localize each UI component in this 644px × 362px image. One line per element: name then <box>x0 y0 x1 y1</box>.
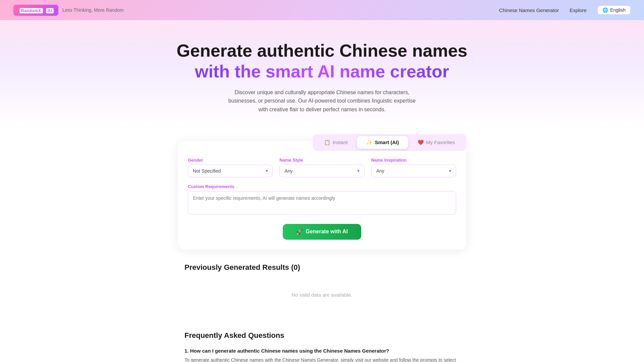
generate-label: Generate with AI <box>306 229 348 235</box>
faq-item-1: 1. How can I generate authentic Chinese … <box>184 348 460 362</box>
faq-section: Frequently Asked Questions 1. How can I … <box>171 324 473 362</box>
generate-button[interactable]: 🚀 Generate with AI <box>283 224 361 240</box>
tab-instant[interactable]: 📋 Instant <box>315 136 357 149</box>
logo-text: RandomX <box>19 8 43 13</box>
hero-subtitle: Discover unique and culturally appropria… <box>228 88 416 114</box>
logo[interactable]: RandomX AI <box>13 5 58 16</box>
hero-title-line2: with the smart AI name creator <box>195 62 449 81</box>
tab-my-favorites[interactable]: ❤️ My Favorites <box>408 136 464 149</box>
hero-heading: Generate authentic Chinese names with th… <box>7 40 637 82</box>
custom-req-label: Custom Requirements <box>188 184 456 189</box>
tab-my-favorites-label: My Favorites <box>426 139 455 145</box>
gender-group: Gender Not Specified Male Female Neutral… <box>188 158 273 177</box>
results-section: Previously Generated Results (0) No vali… <box>171 263 473 324</box>
inspiration-select-wrapper: Any Nature Mythology Literature Philosop… <box>371 165 456 177</box>
faq-title: Frequently Asked Questions <box>184 331 460 340</box>
smart-ai-icon: ✨ <box>366 139 373 145</box>
tab-smart-ai[interactable]: ✨ Smart (AI) <box>357 136 408 149</box>
language-label: English <box>610 7 626 13</box>
language-button[interactable]: 🌐 English <box>597 5 631 15</box>
logo-badge: AI <box>46 8 54 13</box>
custom-requirements-group: Custom Requirements <box>188 184 456 216</box>
inspiration-group: Name Inspiration Any Nature Mythology Li… <box>371 158 456 177</box>
form-row-selects: Gender Not Specified Male Female Neutral… <box>188 158 456 177</box>
tagline: Less Thinking, More Random <box>62 7 124 13</box>
tab-instant-label: Instant <box>332 139 347 145</box>
instant-icon: 📋 <box>324 139 330 145</box>
nav-explore[interactable]: Explore <box>570 7 587 13</box>
nav-chinese-names[interactable]: Chinese Names Generator <box>499 7 559 13</box>
inspiration-select[interactable]: Any Nature Mythology Literature Philosop… <box>371 165 456 177</box>
main-card: 📋 Instant ✨ Smart (AI) ❤️ My Favorites G… <box>178 141 466 250</box>
form-area: Gender Not Specified Male Female Neutral… <box>178 158 466 250</box>
hero-title-line1: Generate authentic Chinese names <box>177 41 468 60</box>
style-label: Name Style <box>279 158 364 163</box>
favorites-icon: ❤️ <box>418 139 424 145</box>
style-select-wrapper: Any Traditional Modern Classical ▼ <box>279 165 364 177</box>
header-nav: Chinese Names Generator Explore 🌐 Englis… <box>499 5 631 15</box>
gender-label: Gender <box>188 158 273 163</box>
tab-smart-ai-label: Smart (AI) <box>375 139 399 145</box>
no-data-message: No valid data are available. <box>184 279 460 311</box>
results-title: Previously Generated Results (0) <box>184 263 460 272</box>
custom-req-textarea[interactable] <box>188 191 456 215</box>
faq-question-1: 1. How can I generate authentic Chinese … <box>184 348 460 354</box>
generate-icon: 🚀 <box>296 229 303 235</box>
faq-answer-1: To generate authentic Chinese names with… <box>184 356 460 362</box>
header-left: RandomX AI Less Thinking, More Random <box>13 5 124 16</box>
card-wrapper: 📋 Instant ✨ Smart (AI) ❤️ My Favorites G… <box>171 141 473 250</box>
style-group: Name Style Any Traditional Modern Classi… <box>279 158 364 177</box>
hero-section: Generate authentic Chinese names with th… <box>0 20 644 127</box>
gender-select-wrapper: Not Specified Male Female Neutral ▼ <box>188 165 273 177</box>
gender-select[interactable]: Not Specified Male Female Neutral <box>188 165 273 177</box>
style-select[interactable]: Any Traditional Modern Classical <box>279 165 364 177</box>
header: RandomX AI Less Thinking, More Random Ch… <box>0 0 644 20</box>
tabs-container: 📋 Instant ✨ Smart (AI) ❤️ My Favorites <box>313 134 466 151</box>
inspiration-label: Name Inspiration <box>371 158 456 163</box>
globe-icon: 🌐 <box>602 7 608 13</box>
